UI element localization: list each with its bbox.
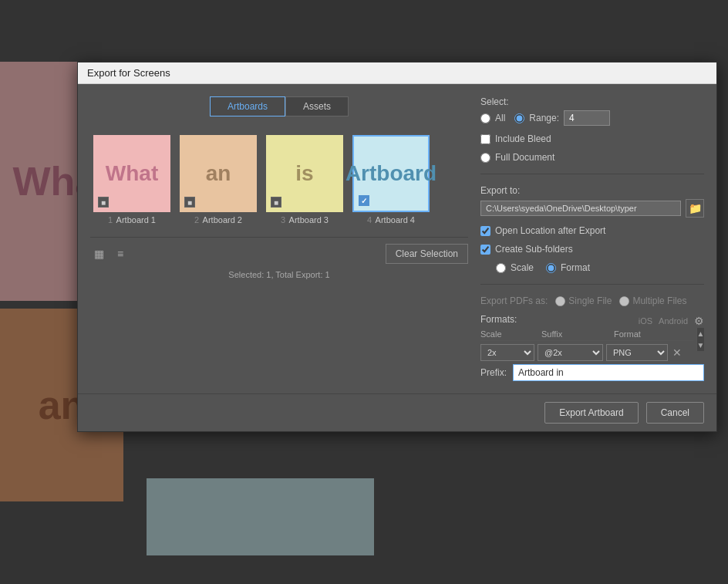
artboard-item-2[interactable]: an ■ 2 Artboard 2 bbox=[180, 135, 257, 224]
artboard-2-text: an bbox=[206, 161, 231, 186]
formats-row-1: 2x 1x 3x @2x @1x PNG JPG SVG bbox=[480, 344, 693, 361]
create-subfolders-checkbox[interactable] bbox=[480, 245, 490, 255]
clear-selection-button[interactable]: Clear Selection bbox=[386, 244, 468, 264]
divider-1 bbox=[480, 174, 704, 174]
include-bleed-checkbox[interactable] bbox=[480, 134, 490, 144]
artboard-4-checkbox[interactable]: ✓ bbox=[359, 195, 369, 206]
pdf-row: Export PDFs as: Single File Multiple Fil… bbox=[480, 295, 704, 306]
radio-scale-group: Scale bbox=[496, 262, 534, 273]
artboard-thumb-4[interactable]: Artboard ✓ bbox=[352, 135, 430, 212]
dialog-body: Artboards Assets What ■ 1 Artboard 1 bbox=[78, 84, 716, 393]
artboard-3-text: is bbox=[295, 161, 313, 186]
radio-all[interactable] bbox=[480, 113, 490, 123]
open-location-checkbox[interactable] bbox=[480, 226, 490, 236]
gear-icon[interactable]: ⚙ bbox=[694, 315, 704, 327]
formats-scrollbar: ▲ ▼ bbox=[696, 328, 704, 351]
radio-all-label: All bbox=[495, 113, 505, 123]
pdf-single-file-label: Single File bbox=[568, 295, 612, 306]
ios-label[interactable]: iOS bbox=[639, 316, 652, 326]
full-document-label: Full Document bbox=[495, 152, 554, 163]
prefix-label: Prefix: bbox=[480, 367, 507, 378]
selection-info: Selected: 1, Total Export: 1 bbox=[90, 270, 468, 279]
dialog-titlebar: Export for Screens bbox=[78, 62, 716, 84]
artboard-3-checkbox[interactable]: ■ bbox=[271, 197, 281, 208]
list-view-icon[interactable]: ≡ bbox=[112, 245, 129, 262]
android-label[interactable]: Android bbox=[659, 316, 688, 326]
open-location-label: Open Location after Export bbox=[495, 225, 605, 236]
view-icons: ▦ ≡ bbox=[90, 245, 129, 262]
scale-select[interactable]: 2x 1x 3x bbox=[480, 344, 534, 361]
tabs-container: Artboards Assets bbox=[90, 96, 468, 116]
right-panel: Select: All Range: Include Bleed bbox=[480, 96, 704, 381]
select-section: Select: All Range: bbox=[480, 96, 704, 126]
radio-full-document[interactable] bbox=[480, 153, 490, 163]
pdf-single-file-radio[interactable] bbox=[555, 296, 565, 306]
radio-format[interactable] bbox=[546, 263, 556, 273]
tab-assets[interactable]: Assets bbox=[285, 96, 349, 116]
left-bottom-bar: ▦ ≡ Clear Selection bbox=[90, 237, 468, 264]
artboard-2-checkbox[interactable]: ■ bbox=[184, 197, 195, 208]
export-path-input[interactable] bbox=[480, 201, 681, 216]
export-dialog: Export for Screens Artboards Assets What… bbox=[77, 62, 717, 432]
scroll-up-arrow[interactable]: ▲ bbox=[696, 328, 706, 339]
formats-table-header: Scale Suffix Format bbox=[480, 328, 693, 341]
create-subfolders-row: Create Sub-folders bbox=[480, 244, 704, 255]
export-to-section: Export to: 📁 bbox=[480, 185, 704, 218]
full-document-row: Full Document bbox=[480, 152, 704, 163]
artboard-4-text: Artboard bbox=[345, 161, 436, 186]
radio-format-group: Format bbox=[546, 262, 590, 273]
formats-section: Formats: iOS Android ⚙ Scale Suffix Form… bbox=[480, 314, 704, 381]
radio-range-label: Range: bbox=[529, 113, 559, 123]
prefix-row: Prefix: bbox=[480, 364, 704, 381]
artboard-thumb-3[interactable]: is ■ bbox=[266, 135, 343, 212]
scale-format-row: Scale Format bbox=[496, 262, 704, 273]
tab-artboards[interactable]: Artboards bbox=[210, 96, 285, 116]
artboard-1-text: What bbox=[106, 161, 158, 186]
radio-all-group: All bbox=[480, 113, 505, 123]
export-pdfs-label: Export PDFs as: bbox=[480, 295, 548, 306]
pdf-single-file-group: Single File bbox=[555, 295, 612, 306]
format-select[interactable]: PNG JPG SVG PDF bbox=[606, 344, 668, 361]
artboard-1-checkbox[interactable]: ■ bbox=[98, 197, 109, 208]
col-suffix-header: Suffix bbox=[541, 329, 611, 339]
artboard-2-label: 2 Artboard 2 bbox=[194, 215, 242, 224]
artboard-3-label: 3 Artboard 3 bbox=[281, 215, 329, 224]
formats-content: Scale Suffix Format 2x 1x 3x @2x bbox=[480, 328, 704, 361]
formats-table: Scale Suffix Format 2x 1x 3x @2x bbox=[480, 328, 693, 361]
artboard-thumb-2[interactable]: an ■ bbox=[180, 135, 257, 212]
artboard-item-3[interactable]: is ■ 3 Artboard 3 bbox=[266, 135, 343, 224]
radio-range[interactable] bbox=[514, 113, 524, 123]
dialog-footer: Export Artboard Cancel bbox=[78, 393, 716, 431]
include-bleed-row: Include Bleed bbox=[480, 133, 704, 144]
artboard-thumb-1[interactable]: What ■ bbox=[93, 135, 170, 212]
export-to-label: Export to: bbox=[480, 185, 704, 196]
formats-label: Formats: bbox=[480, 314, 517, 325]
grid-view-icon[interactable]: ▦ bbox=[90, 245, 107, 262]
artboard-1-label: 1 Artboard 1 bbox=[108, 215, 156, 224]
artboard-item-1[interactable]: What ■ 1 Artboard 1 bbox=[93, 135, 170, 224]
folder-browse-button[interactable]: 📁 bbox=[686, 199, 704, 218]
radio-range-group: Range: bbox=[514, 110, 610, 126]
open-location-row: Open Location after Export bbox=[480, 225, 704, 236]
artboard-item-4[interactable]: Artboard ✓ 4 Artboard 4 bbox=[352, 135, 430, 224]
left-panel: Artboards Assets What ■ 1 Artboard 1 bbox=[90, 96, 468, 381]
suffix-select[interactable]: @2x @1x bbox=[538, 344, 603, 361]
range-input[interactable] bbox=[564, 110, 610, 126]
scale-label: Scale bbox=[511, 262, 534, 273]
export-to-row: 📁 bbox=[480, 199, 704, 218]
artboard-4-label: 4 Artboard 4 bbox=[367, 215, 415, 224]
pdf-multiple-files-group: Multiple Files bbox=[619, 295, 686, 306]
pdf-multiple-files-radio[interactable] bbox=[619, 296, 629, 306]
include-bleed-label: Include Bleed bbox=[495, 133, 551, 144]
pdf-multiple-files-label: Multiple Files bbox=[632, 295, 686, 306]
scroll-down-arrow[interactable]: ▼ bbox=[696, 339, 706, 351]
prefix-input[interactable] bbox=[513, 364, 704, 381]
dialog-title: Export for Screens bbox=[87, 67, 170, 79]
create-subfolders-label: Create Sub-folders bbox=[495, 244, 573, 255]
remove-format-button[interactable]: ✕ bbox=[671, 346, 683, 359]
radio-scale[interactable] bbox=[496, 263, 506, 273]
export-artboard-button[interactable]: Export Artboard bbox=[544, 402, 638, 424]
format-label: Format bbox=[561, 262, 590, 273]
artboard-grid: What ■ 1 Artboard 1 an ■ 2 bbox=[90, 129, 468, 231]
cancel-button[interactable]: Cancel bbox=[646, 402, 704, 424]
